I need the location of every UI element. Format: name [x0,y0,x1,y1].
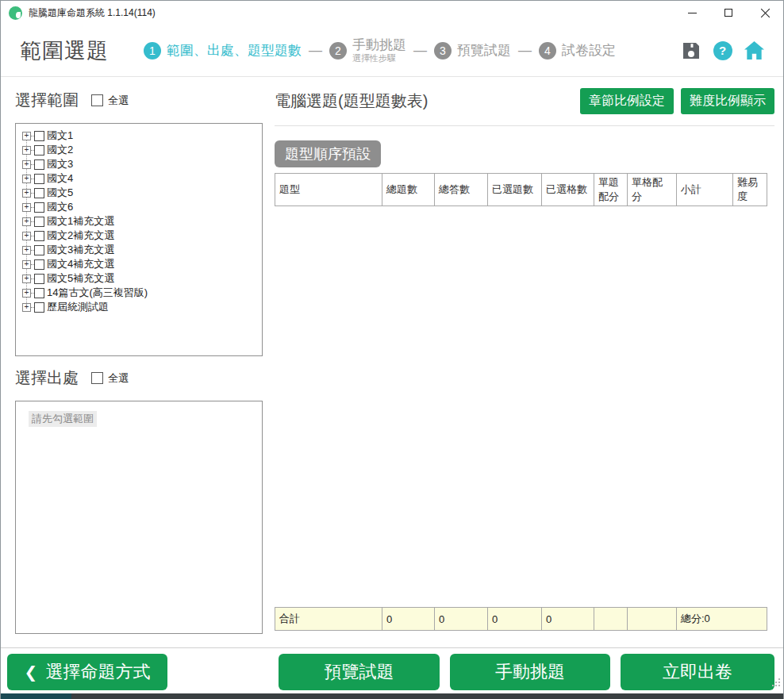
tree-item-checkbox[interactable] [34,217,44,227]
tree-item[interactable]: +國文1 [16,129,262,143]
tree-item-checkbox[interactable] [34,231,44,241]
tree-item-checkbox[interactable] [34,302,44,313]
tree-item-checkbox[interactable] [34,174,44,184]
source-list-box: 請先勾選範圍 [15,401,263,634]
tree-item-checkbox[interactable] [34,159,44,170]
col-header-score-per-cell: 單格配分 [628,174,677,206]
tree-item-checkbox[interactable] [34,131,44,141]
footer-total-questions: 0 [382,608,435,631]
expand-icon[interactable]: + [22,160,31,169]
tree-item-label: 歷屆統測試題 [47,300,109,314]
tree-item[interactable]: +國文3 [16,157,262,171]
step-1-label: 範圍、出處、題型題數 [167,41,302,60]
col-header-total-questions: 總題數 [382,174,435,206]
question-type-table-header: 題型 總題數 總答數 已選題數 已選格數 單題配分 單格配分 小計 難易度 [275,173,767,206]
save-button[interactable] [681,40,701,60]
footer-total-label: 合計 [275,608,382,631]
tree-item-checkbox[interactable] [34,188,44,198]
tree-item[interactable]: +國文4 [16,171,262,186]
col-header-selected-questions: 已選題數 [488,174,542,206]
tree-item[interactable]: +14篇古文(高三複習版) [16,286,262,300]
tree-item-label: 國文1 [47,129,73,143]
expand-icon[interactable]: + [22,289,31,298]
tree-item[interactable]: +歷屆統測試題 [16,300,262,314]
tree-item-label: 國文5 [47,186,73,200]
bottom-action-bar: ❮ 選擇命題方式 預覽試題 手動挑題 立即出卷 [1,647,783,694]
expand-icon[interactable]: + [22,132,31,140]
source-placeholder: 請先勾選範圍 [29,411,97,427]
tree-item[interactable]: +國文5 [16,186,262,200]
maximize-button[interactable] [710,1,747,25]
tree-item-label: 國文3 [47,157,73,171]
expand-icon[interactable]: + [22,217,31,226]
col-header-type: 題型 [275,174,382,206]
header-icons: ? [681,40,764,60]
tree-item-label: 14篇古文(高三複習版) [47,286,148,300]
expand-icon[interactable]: + [22,146,31,155]
home-button[interactable] [744,40,764,60]
expand-icon[interactable]: + [22,189,31,198]
step-4: 4 試卷設定 [539,41,616,60]
tree-item[interactable]: +國文4補充文選 [16,257,262,271]
expand-icon[interactable]: + [22,246,31,255]
computer-selection-panel: 電腦選題(題型題數表) 章節比例設定 難度比例顯示 題型順序預設 題型 總題數 … [275,77,774,647]
generate-exam-button[interactable]: 立即出卷 [621,654,774,690]
resize-grip[interactable] [778,685,780,686]
manual-pick-button[interactable]: 手動挑題 [450,654,610,690]
expand-icon[interactable]: + [22,303,31,312]
tree-item[interactable]: +國文6 [16,200,262,214]
tree-item[interactable]: +國文1補充文選 [16,214,262,229]
source-section-title: 選擇出處 [15,367,79,389]
window-bottom-edge [1,693,783,699]
help-icon: ? [713,41,732,60]
footer-selected-questions: 0 [488,608,542,631]
tree-item-label: 國文1補充文選 [47,214,114,229]
step-1-badge: 1 [144,42,161,60]
tree-item-label: 國文6 [47,200,73,214]
type-order-default-button[interactable]: 題型順序預設 [275,140,381,167]
tree-item-label: 國文4 [47,171,73,186]
tree-item-checkbox[interactable] [34,259,44,270]
tree-item-checkbox[interactable] [34,145,44,156]
back-to-method-button[interactable]: ❮ 選擇命題方式 [7,654,167,690]
close-button[interactable] [747,1,783,25]
help-button[interactable]: ? [713,40,732,60]
expand-icon[interactable]: + [22,203,31,212]
source-select-all-checkbox[interactable] [91,372,103,384]
step-separator: — [518,43,532,59]
step-3-label: 預覽試題 [457,41,511,60]
tree-item-label: 國文3補充文選 [47,243,114,257]
tree-item[interactable]: +國文2 [16,143,262,157]
expand-icon[interactable]: + [22,275,31,283]
source-section-header: 選擇出處 全選 [15,367,129,389]
tree-item[interactable]: +國文3補充文選 [16,243,262,257]
step-4-badge: 4 [539,42,556,60]
range-tree-box: +國文1 +國文2 +國文3 +國文4 +國文5 +國文6 +國文1補充文選 +… [15,123,263,356]
range-section-header: 選擇範圍 全選 [15,90,129,111]
step-3-badge: 3 [434,42,452,60]
difficulty-ratio-button[interactable]: 難度比例顯示 [681,88,774,114]
tree-item-checkbox[interactable] [34,202,44,213]
minimize-button[interactable] [674,1,710,25]
tree-item[interactable]: +國文5補充文選 [16,271,262,286]
range-select-all-checkbox[interactable] [91,94,103,106]
tree-item-checkbox[interactable] [34,288,44,298]
tree-item-checkbox[interactable] [34,245,44,255]
footer-empty-cell [594,608,628,631]
tree-item-checkbox[interactable] [34,274,44,284]
footer-total-answers: 0 [435,608,488,631]
app-logo-icon [9,6,22,20]
tree-item-label: 國文2 [47,143,73,157]
tree-item[interactable]: +國文2補充文選 [16,229,262,243]
maximize-icon [724,9,732,17]
question-type-table-footer: 合計 0 0 0 0 總分:0 [275,607,767,631]
source-select-all[interactable]: 全選 [91,371,129,386]
step-separator: — [309,43,322,59]
range-select-all[interactable]: 全選 [91,94,129,108]
preview-questions-button[interactable]: 預覽試題 [279,654,440,690]
expand-icon[interactable]: + [22,175,31,183]
chapter-ratio-button[interactable]: 章節比例設定 [580,88,674,114]
step-3: 3 預覽試題 [434,41,511,60]
expand-icon[interactable]: + [22,260,31,269]
expand-icon[interactable]: + [22,232,31,240]
